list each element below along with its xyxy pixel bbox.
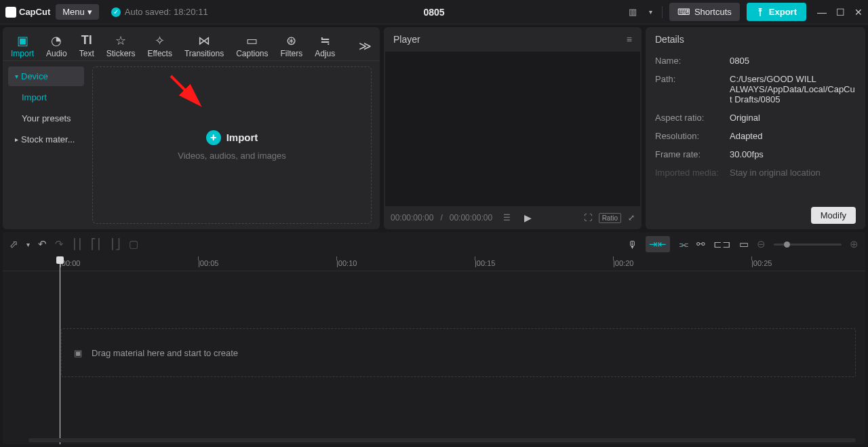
trim-left-icon[interactable]: ⎡⎮ [91,238,102,250]
detail-value: C:/Users/GOOD WILL ALWAYS/AppData/Local/… [730,74,856,104]
transitions-icon: ⋈ [198,34,210,47]
shortcuts-button[interactable]: ⌨ Shortcuts [669,3,740,21]
tab-label: Text [79,49,94,58]
playhead[interactable] [60,256,60,444]
caret-down-icon: ▾ [15,73,18,80]
track-dropzone[interactable]: ▣ Drag material here and start to create [61,328,856,377]
menu-button[interactable]: Menu ▾ [56,4,99,20]
sidebar-item-label: Import [22,92,47,102]
keyboard-icon: ⌨ [677,7,690,17]
autosave-text: Auto saved: 18:20:11 [125,7,208,17]
import-dropzone[interactable]: + Import Videos, audios, and images [92,66,372,224]
tab-label: Transitions [184,49,224,58]
sidebar-item-presets[interactable]: Your presets [8,109,84,128]
tab-label: Audio [46,49,67,58]
tab-label: Filters [281,49,303,58]
detail-key: Resolution: [655,131,730,141]
align-icon[interactable]: ⊏⊐ [713,238,731,250]
ruler-mark: |00:10 [336,259,357,267]
sidebar-item-import[interactable]: Import [8,88,84,107]
title-bar: CapCut Menu ▾ ✓ Auto saved: 18:20:11 080… [0,0,868,24]
split-icon[interactable]: ⎮⎮ [72,238,83,250]
trim-right-icon[interactable]: ⎮⎦ [110,238,121,250]
svg-line-0 [171,76,196,101]
media-sidebar: ▾ Device Import Your presets ▸ Stock mat… [3,61,90,229]
effects-icon: ✧ [155,34,165,47]
sidebar-item-device[interactable]: ▾ Device [8,66,84,86]
chevron-down-icon[interactable]: ▾ [26,241,30,248]
magnet-track-icon[interactable]: ⫘ [678,239,688,250]
film-icon: ▣ [74,348,82,358]
selection-tool-icon[interactable]: ⬀ [9,238,18,250]
audio-icon: ◔ [51,34,62,47]
magnet-main-icon[interactable]: ⇥⇤ [646,236,670,252]
link-icon[interactable]: ⚯ [696,238,705,250]
tab-captions[interactable]: ▭ Captions [236,34,268,58]
detail-value: Adapted [730,131,856,141]
export-button[interactable]: ⭱ Export [747,3,806,21]
list-icon[interactable]: ☰ [503,213,511,222]
timeline[interactable]: |00:00 |00:05 |00:10 |00:15 |00:20 |00:2… [3,256,865,444]
adjust-icon: ≒ [320,34,330,47]
filters-icon: ⊛ [286,34,296,47]
zoom-in-icon[interactable]: ⊕ [850,238,859,250]
tab-text[interactable]: TI Text [79,34,94,58]
tab-filters[interactable]: ⊛ Filters [281,34,303,58]
delete-icon[interactable]: ▢ [129,238,138,250]
chevron-down-icon[interactable]: ▾ [646,5,655,18]
sidebar-item-label: Your presets [22,113,71,123]
tab-effects[interactable]: ✧ Effects [147,34,172,58]
tab-transitions[interactable]: ⋈ Transitions [184,34,224,58]
minimize-button[interactable]: — [817,7,827,18]
detail-key: Path: [655,74,730,104]
caret-right-icon: ▸ [15,136,18,143]
media-panel: ▣ Import ◔ Audio TI Text ☆ Stickers ✧ [3,27,380,229]
import-icon: ▣ [17,34,28,47]
detail-key: Aspect ratio: [655,113,730,123]
detail-value: 30.00fps [730,149,856,159]
tab-import[interactable]: ▣ Import [11,34,34,58]
detail-row-resolution: Resolution: Adapted [655,131,856,141]
track-hint: Drag material here and start to create [92,348,238,358]
player-menu-icon[interactable]: ≡ [627,34,632,45]
sidebar-item-stock[interactable]: ▸ Stock mater... [8,130,84,149]
tab-stickers[interactable]: ☆ Stickers [106,34,136,58]
sidebar-item-label: Device [21,71,48,81]
undo-button[interactable]: ↶ [38,238,47,250]
ratio-button[interactable]: Ratio [599,213,621,223]
app-name: CapCut [19,7,50,17]
divider [662,6,663,18]
time-total: 00:00:00:00 [450,213,492,222]
plus-icon: + [206,130,221,145]
detail-key: Imported media: [655,168,730,178]
redo-button[interactable]: ↷ [55,238,64,250]
detail-row-path: Path: C:/Users/GOOD WILL ALWAYS/AppData/… [655,74,856,104]
timeline-scrollbar[interactable] [28,438,856,442]
timeline-ruler[interactable]: |00:00 |00:05 |00:10 |00:15 |00:20 |00:2… [3,256,865,271]
text-icon: TI [81,34,92,47]
player-viewport[interactable] [385,52,640,206]
maximize-button[interactable]: ☐ [836,7,845,18]
tab-adjust[interactable]: ≒ Adjus [315,34,335,58]
more-tabs-icon[interactable]: ≫ [359,39,372,54]
detail-key: Frame rate: [655,149,730,159]
tab-label: Stickers [106,49,136,58]
zoom-out-icon[interactable]: ⊖ [757,238,766,250]
detail-key: Name: [655,56,730,66]
close-button[interactable]: ✕ [854,7,863,18]
ruler-mark: |00:20 [613,259,633,267]
player-title: Player [393,34,420,45]
fullscreen-icon[interactable]: ⤢ [628,213,635,222]
modify-button[interactable]: Modify [811,207,856,224]
upload-icon: ⭱ [756,7,765,17]
detail-row-aspect: Aspect ratio: Original [655,113,856,123]
play-button[interactable]: ▶ [524,212,532,223]
preview-icon[interactable]: ▭ [739,238,749,250]
mic-icon[interactable]: 🎙 [627,239,637,250]
zoom-slider[interactable] [774,244,842,246]
scale-icon[interactable]: ⛶ [584,213,592,222]
layout-icon[interactable]: ▥ [626,4,639,20]
tab-label: Adjus [315,49,335,58]
check-icon: ✓ [111,7,121,17]
tab-audio[interactable]: ◔ Audio [46,34,67,58]
